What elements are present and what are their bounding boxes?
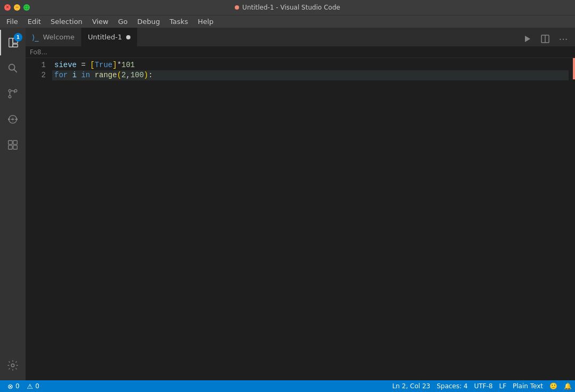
tab-untitled1-label: Untitled-1 xyxy=(88,33,122,41)
minimize-icon: − xyxy=(15,5,19,10)
statusbar-position[interactable]: Ln 2, Col 23 xyxy=(389,380,434,392)
svg-line-4 xyxy=(14,69,17,72)
main-layout: 1 xyxy=(0,28,575,380)
menu-help[interactable]: Help xyxy=(193,17,218,27)
titlebar: ✕ − □ Untitled-1 - Visual Studio Code xyxy=(0,0,575,15)
run-button[interactable] xyxy=(520,31,535,46)
code-content[interactable]: sieve = [True]*101 for i in range(2,100)… xyxy=(52,58,569,380)
tab-modified-dot xyxy=(126,35,130,39)
code-line-2: for i in range(2,100): xyxy=(52,70,569,80)
emoji-icon: 🙂 xyxy=(549,382,557,390)
maximize-icon: □ xyxy=(24,5,29,10)
breadcrumb-text: Fo8... xyxy=(30,48,47,56)
statusbar-line-ending[interactable]: LF xyxy=(496,380,510,392)
scrollbar-area[interactable] xyxy=(569,58,575,380)
svg-point-6 xyxy=(14,89,17,92)
line-numbers: 1 2 xyxy=(26,58,52,380)
statusbar: ⊗ 0 ⚠ 0 Ln 2, Col 23 Spaces: 4 UTF-8 LF … xyxy=(0,380,575,392)
modified-dot xyxy=(235,5,239,10)
spaces-text: Spaces: 4 xyxy=(437,382,467,390)
svg-rect-0 xyxy=(9,38,13,47)
statusbar-right: Ln 2, Col 23 Spaces: 4 UTF-8 LF Plain Te… xyxy=(389,380,575,392)
maximize-button[interactable]: □ xyxy=(23,4,30,11)
breadcrumb: Fo8... xyxy=(26,46,575,58)
code-editor[interactable]: 1 2 sieve = [True]*101 for i in range(2,… xyxy=(26,58,575,380)
sidebar-item-remote[interactable] xyxy=(0,107,26,132)
statusbar-emoji[interactable]: 🙂 xyxy=(546,380,561,392)
settings-icon xyxy=(7,360,19,371)
svg-rect-16 xyxy=(13,141,17,144)
menu-file[interactable]: File xyxy=(2,17,22,27)
svg-point-19 xyxy=(11,364,14,367)
explorer-badge: 1 xyxy=(14,33,22,42)
svg-marker-20 xyxy=(525,36,530,42)
menu-debug[interactable]: Debug xyxy=(133,17,165,27)
sidebar-item-source-control[interactable] xyxy=(0,81,26,107)
line-ending-text: LF xyxy=(499,382,506,390)
svg-rect-17 xyxy=(9,145,12,149)
menubar: File Edit Selection View Go Debug Tasks … xyxy=(0,15,575,28)
split-editor-button[interactable] xyxy=(538,31,553,46)
error-count: 0 xyxy=(15,382,20,390)
sidebar-item-explorer[interactable]: 1 xyxy=(0,30,26,55)
code-line-1: sieve = [True]*101 xyxy=(52,60,569,70)
more-actions-button[interactable]: ··· xyxy=(556,31,571,46)
svg-rect-15 xyxy=(9,141,12,144)
editor-toolbar: ··· xyxy=(515,31,575,46)
svg-point-11 xyxy=(16,118,18,120)
tabbar: ⟩_ Welcome Untitled-1 xyxy=(26,28,575,46)
encoding-text: UTF-8 xyxy=(474,382,492,390)
source-control-icon xyxy=(7,88,19,100)
statusbar-encoding[interactable]: UTF-8 xyxy=(471,380,496,392)
activitybar-bottom xyxy=(0,353,26,380)
statusbar-left: ⊗ 0 ⚠ 0 xyxy=(0,380,47,392)
editor-area: ⟩_ Welcome Untitled-1 xyxy=(26,28,575,380)
svg-rect-2 xyxy=(13,44,18,47)
sidebar-item-settings[interactable] xyxy=(0,353,26,378)
svg-point-7 xyxy=(9,95,11,98)
language-text: Plain Text xyxy=(513,382,543,390)
scrollbar-marker xyxy=(573,58,575,79)
menu-tasks[interactable]: Tasks xyxy=(166,17,193,27)
line-number-1: 1 xyxy=(26,60,46,70)
menu-go[interactable]: Go xyxy=(114,17,132,27)
statusbar-language[interactable]: Plain Text xyxy=(510,380,546,392)
warning-icon: ⚠ xyxy=(27,382,34,390)
tab-welcome-label: Welcome xyxy=(43,33,74,41)
statusbar-errors[interactable]: ⊗ 0 xyxy=(4,380,23,392)
close-button[interactable]: ✕ xyxy=(4,4,11,11)
statusbar-warnings[interactable]: ⚠ 0 xyxy=(24,380,43,392)
statusbar-notifications[interactable]: 🔔 xyxy=(561,380,575,392)
menu-selection[interactable]: Selection xyxy=(46,17,87,27)
position-text: Ln 2, Col 23 xyxy=(392,382,431,390)
tab-untitled1[interactable]: Untitled-1 xyxy=(81,28,137,46)
tab-welcome[interactable]: ⟩_ Welcome xyxy=(26,28,81,46)
titlebar-controls: ✕ − □ xyxy=(4,4,30,11)
extensions-icon xyxy=(7,139,19,151)
split-icon xyxy=(541,35,549,43)
minimize-button[interactable]: − xyxy=(14,4,20,11)
svg-point-5 xyxy=(9,89,11,92)
sidebar-item-extensions[interactable] xyxy=(0,132,26,158)
menu-view[interactable]: View xyxy=(88,17,113,27)
menu-edit[interactable]: Edit xyxy=(23,17,45,27)
bell-icon: 🔔 xyxy=(564,382,572,390)
error-icon: ⊗ xyxy=(7,382,13,390)
title-text: Untitled-1 - Visual Studio Code xyxy=(242,4,340,11)
activitybar: 1 xyxy=(0,28,26,380)
remote-icon xyxy=(7,113,19,125)
run-icon xyxy=(523,35,531,43)
statusbar-spaces[interactable]: Spaces: 4 xyxy=(433,380,471,392)
tab-row: ⟩_ Welcome Untitled-1 xyxy=(26,28,515,46)
window-title: Untitled-1 - Visual Studio Code xyxy=(235,4,340,11)
sidebar-item-search[interactable] xyxy=(0,55,26,81)
more-actions-icon: ··· xyxy=(558,34,568,45)
line-number-2: 2 xyxy=(26,70,46,80)
close-icon: ✕ xyxy=(6,5,10,10)
vscode-icon: ⟩_ xyxy=(32,33,38,42)
svg-rect-18 xyxy=(13,145,17,149)
search-icon xyxy=(7,62,19,74)
warning-count: 0 xyxy=(35,382,39,390)
